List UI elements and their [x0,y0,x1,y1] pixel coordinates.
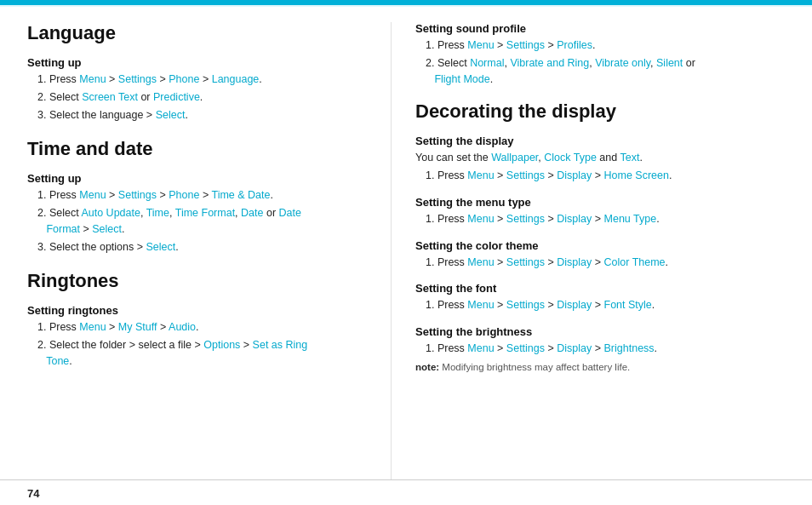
settings-link: Settings [118,73,157,85]
display-link-ct: Display [557,256,592,268]
left-column: Language Setting up 1. Press Menu > Sett… [0,22,392,479]
time-date-link: Time & Date [211,189,270,201]
sound-profile-step-1: 1. Press Menu > Settings > Profiles. [426,37,792,54]
color-theme-link: Color Theme [604,256,666,268]
menu-link-mt: Menu [467,213,494,225]
menu-link-td: Menu [79,189,106,201]
page-number: 74 [27,487,39,500]
menu-link: Menu [79,73,106,85]
setting-font-heading: Setting the font [415,282,792,295]
brightness-note: note: Modifying brightness may affect ba… [415,362,792,372]
vibrate-ring-link: Vibrate and Ring [510,57,589,69]
note-text: Modifying brightness may affect battery … [439,362,630,372]
page-footer: 74 [0,479,812,505]
ringtones-step-1: 1. Press Menu > My Stuff > Audio. [37,319,370,336]
options-link: Options [203,339,240,351]
phone-link-td: Phone [169,189,199,201]
language-step-3: 3. Select the language > Select. [37,107,370,123]
menu-type-link: Menu Type [604,213,657,225]
setting-font-step-1: 1. Press Menu > Settings > Display > Fon… [426,297,792,313]
settings-link-fs: Settings [506,299,545,311]
settings-link-td: Settings [118,189,157,201]
select-link: Select [156,109,186,121]
audio-link: Audio [169,321,196,333]
setting-menu-type-heading: Setting the menu type [415,196,792,209]
setting-menu-type-step-1: 1. Press Menu > Settings > Display > Men… [426,211,792,227]
sound-profile-step-2: 2. Select Normal, Vibrate and Ring, Vibr… [426,55,792,88]
select-link-td2: Select [146,241,176,253]
my-stuff-link: My Stuff [118,321,157,333]
right-column: Setting sound profile 1. Press Menu > Se… [392,22,812,479]
setting-color-theme-step-1: 1. Press Menu > Settings > Display > Col… [426,255,792,271]
language-title: Language [27,22,370,44]
ringtones-section: Ringtones Setting ringtones 1. Press Men… [27,270,370,369]
language-step-1: 1. Press Menu > Settings > Phone > Langu… [37,72,370,88]
brightness-link: Brightness [604,342,655,354]
auto-update-link: Auto Update [81,207,140,219]
decorating-title: Decorating the display [415,100,792,123]
content-area: Language Setting up 1. Press Menu > Sett… [0,7,812,479]
time-date-step-1: 1. Press Menu > Settings > Phone > Time … [37,187,370,204]
display-link-br: Display [557,342,592,354]
clock-type-link: Clock Type [544,152,597,164]
note-label: note: [415,362,439,372]
display-link-dd: Display [557,169,592,181]
time-date-setting-up-heading: Setting up [27,172,370,185]
settings-link-br: Settings [506,342,545,354]
time-date-section: Time and date Setting up 1. Press Menu >… [27,138,370,255]
normal-link: Normal [470,57,504,69]
setting-display-step-1: 1. Press Menu > Settings > Display > Hom… [426,168,792,184]
time-format-link: Time Format [175,207,235,219]
menu-link-sp: Menu [467,39,494,51]
silent-link: Silent [656,57,683,69]
language-setting-up-heading: Setting up [27,56,370,69]
menu-link-rt: Menu [79,321,106,333]
time-link: Time [146,207,169,219]
font-style-link: Font Style [604,299,652,311]
settings-link-mt: Settings [506,213,545,225]
date-link: Date [241,207,263,219]
display-link-mt: Display [557,213,592,225]
vibrate-only-link: Vibrate only [595,57,650,69]
text-link: Text [620,152,639,164]
set-as-ring-tone-link: Set as Ring Tone [37,339,307,367]
language-section: Language Setting up 1. Press Menu > Sett… [27,22,370,123]
time-date-title: Time and date [27,138,370,160]
flight-mode-link: Flight Mode [434,73,489,85]
page: Language Setting up 1. Press Menu > Sett… [0,0,812,505]
sound-profile-heading: Setting sound profile [415,22,792,35]
sound-profile-section: Setting sound profile 1. Press Menu > Se… [415,22,792,87]
menu-link-fs: Menu [467,299,494,311]
settings-link-sp: Settings [506,39,545,51]
time-date-step-3: 3. Select the options > Select. [37,239,370,255]
phone-link: Phone [169,73,199,85]
screen-text-link: Screen Text [82,91,138,103]
setting-brightness-step-1: 1. Press Menu > Settings > Display > Bri… [426,341,792,357]
decorating-section: Decorating the display Setting the displ… [415,100,792,372]
settings-link-dd: Settings [506,169,545,181]
display-link-fs: Display [557,299,592,311]
predictive-link: Predictive [153,91,200,103]
time-date-step-2: 2. Select Auto Update, Time, Time Format… [37,205,370,238]
setting-display-intro: You can set the Wallpaper, Clock Type an… [415,150,792,166]
settings-link-ct: Settings [506,256,545,268]
profiles-link: Profiles [557,39,592,51]
ringtones-title: Ringtones [27,270,370,292]
ringtones-heading: Setting ringtones [27,304,370,317]
ringtones-step-2: 2. Select the folder > select a file > O… [37,337,370,370]
wallpaper-link: Wallpaper [491,152,538,164]
menu-link-ct: Menu [467,256,494,268]
menu-link-dd: Menu [467,169,494,181]
select-link-td: Select [92,223,122,235]
language-link: Language [212,73,260,85]
setting-color-theme-heading: Setting the color theme [415,239,792,252]
language-step-2: 2. Select Screen Text or Predictive. [37,89,370,106]
menu-link-br: Menu [467,342,494,354]
setting-display-heading: Setting the display [415,135,792,147]
home-screen-link: Home Screen [604,169,669,181]
setting-brightness-heading: Setting the brightness [415,325,792,338]
